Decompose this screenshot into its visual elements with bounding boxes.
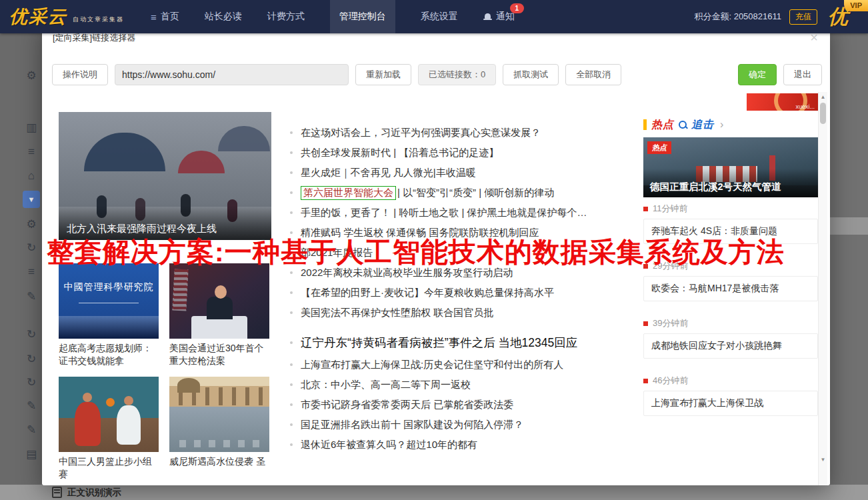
magnifier-icon <box>679 121 687 129</box>
news-headline[interactable]: 美国宪法不再保护女性堕胎权 联合国官员批 <box>290 303 653 323</box>
logo-text: 优采云 <box>9 8 67 26</box>
news-card[interactable]: 威尼斯遇高水位侵袭 圣 <box>169 377 269 485</box>
news-headline[interactable]: 退休近6年被查算久吗？超过10年的都有 <box>290 435 653 455</box>
hot-title-left: 热点 <box>651 118 674 132</box>
news-headline[interactable]: 部2021年度报告 <box>290 243 653 263</box>
vip-badge: VIP <box>844 0 868 11</box>
nav-item-console[interactable]: 管理控制台 <box>330 0 395 33</box>
gear-icon[interactable]: ⚙ <box>23 67 40 84</box>
bullet-icon <box>290 151 293 154</box>
umbrella-shape <box>84 133 165 171</box>
headline-text: 上海宣布打赢大上海保卫战:历史会记住坚守和付出的所有人 <box>301 359 563 371</box>
hot-headline[interactable]: 欧委会：马航MH17是被俄击落 <box>643 276 818 301</box>
nav-item-label: 系统设置 <box>421 11 458 23</box>
scroll-down-icon[interactable]: ▼ <box>819 457 827 463</box>
edit-icon[interactable]: ✎ <box>23 287 40 305</box>
headline-text: | 以“智变”引“质变” | 倾听创新的律动 <box>397 187 554 199</box>
umbrella-shape <box>178 151 225 173</box>
news-card[interactable]: 中國管理科學研究院起底高考志愿规划师：证书交钱就能拿 <box>59 263 159 377</box>
sync-icon[interactable]: ↻ <box>23 373 40 391</box>
chart-icon[interactable]: ▥ <box>23 119 40 136</box>
news-headline[interactable]: 手里的饭，更香了！ | 聆听土地之歌 | 保护黑土地就是保护每个… <box>290 203 653 223</box>
headline-text: 北京：中小学、高一高二等下周一返校 <box>301 379 471 391</box>
notification-badge: 1 <box>510 3 524 13</box>
nav-item-notice[interactable]: 通知1 <box>483 0 515 33</box>
cancel-all-button[interactable]: 全部取消 <box>565 64 621 85</box>
reload-button[interactable]: 重新加载 <box>355 64 411 85</box>
headline-text: 精准赋码 学生返校 保通保畅 国务院联防联控机制回应 <box>301 227 539 239</box>
exit-button[interactable]: 退出 <box>783 64 822 85</box>
news-headline[interactable]: 星火成炬｜不舍再见 凡人微光|丰收温暖 <box>290 163 653 183</box>
hot-headline[interactable]: 上海宣布打赢大上海保卫战 <box>643 391 818 416</box>
promo-text: xuexi... <box>795 103 815 110</box>
bullet-icon <box>290 131 293 134</box>
list-icon[interactable]: ≡ <box>23 143 40 161</box>
news-headline[interactable]: 上海宣布打赢大上海保卫战:历史会记住坚守和付出的所有人 <box>290 355 653 375</box>
nav-item-label: 首页 <box>161 11 179 23</box>
nav-item-billing[interactable]: 计费方式 <box>267 0 305 33</box>
news-headline[interactable]: 第六届世界智能大会 | 以“智变”引“质变” | 倾听创新的律动 <box>290 183 653 203</box>
sync-icon[interactable]: ↻ <box>23 325 40 343</box>
news-headline[interactable]: 北京：中小学、高一高二等下周一返校 <box>290 375 653 395</box>
grab-test-button[interactable]: 抓取测试 <box>503 64 559 85</box>
list-icon[interactable]: ≡ <box>23 263 40 281</box>
sync-icon[interactable]: ↻ <box>23 350 40 367</box>
scroll-up-icon[interactable]: ▲ <box>819 94 827 100</box>
help-button[interactable]: 操作说明 <box>52 64 108 85</box>
hot-time-label: 29分钟前 <box>653 260 688 272</box>
hot-section-header[interactable]: 热点 追击 › <box>643 119 818 131</box>
page-content: xuexi... 北方入汛来最强降雨过程今夜上线 在这场对话会上，习近平为何强调… <box>42 92 817 485</box>
hot-time-label: 46分钟前 <box>653 375 688 387</box>
news-headline[interactable]: 共创全球发展新时代 | 【沿着总书记的足迹】 <box>290 143 653 163</box>
edit-icon[interactable]: ✎ <box>23 421 40 438</box>
news-card[interactable]: 中国三人男篮止步小组赛 <box>59 377 159 485</box>
chevron-right-icon: › <box>720 119 723 131</box>
nav-menu: ≡首页站长必读计费方式管理控制台系统设置通知1 <box>151 0 515 33</box>
confirm-button[interactable]: 确定 <box>738 64 777 85</box>
scrollbar[interactable]: ▲ ▼ <box>818 92 827 485</box>
bottom-menu: 正文识别演示 <box>0 485 868 500</box>
news-headline[interactable]: 辽宁丹东“持黄码者看病被拦”事件之后 当地12345回应 <box>290 331 653 355</box>
bullet-icon <box>290 211 293 214</box>
recharge-button[interactable]: 充值 <box>789 9 817 25</box>
book-icon[interactable]: ▤ <box>23 445 40 463</box>
bullet-icon <box>290 383 293 386</box>
url-input[interactable] <box>115 64 349 85</box>
news-headline[interactable]: 【在希望的田野上·麦收记】今年夏粮收购总量保持高水平 <box>290 283 653 303</box>
card-caption: 中国三人男篮止步小组赛 <box>59 455 159 481</box>
hot-timestamp: 11分钟前 <box>643 203 818 215</box>
headline-text: 【在希望的田野上·麦收记】今年夏粮收购总量保持高水平 <box>301 287 554 299</box>
news-headline[interactable]: 精准赋码 学生返校 保通保畅 国务院联防联控机制回应 <box>290 223 653 243</box>
selected-links-count: 已选链接数：0 <box>418 64 496 85</box>
home-icon[interactable]: ⌂ <box>23 167 40 185</box>
app-logo[interactable]: 优采云 自动文章采集器 <box>9 8 124 26</box>
nav-item-mustread[interactable]: 站长必读 <box>205 0 242 33</box>
biden-image <box>169 263 269 339</box>
link-selector-dialog: [定向采集]链接选择器 × 操作说明 重新加载 已选链接数：0 抓取测试 全部取… <box>42 21 830 485</box>
promo-banner[interactable]: xuexi... <box>747 93 818 111</box>
news-card[interactable]: 美国会通过近30年首个重大控枪法案 <box>169 263 269 377</box>
hot-timestamp: 29分钟前 <box>643 260 818 272</box>
body-recognition-demo[interactable]: 正文识别演示 <box>67 487 121 499</box>
filter-icon[interactable]: ▼ <box>23 191 40 208</box>
bullet-icon <box>290 191 293 194</box>
hot-feature-image[interactable]: 热点 德国正重启北溪2号天然气管道 <box>643 137 818 197</box>
bullet-icon <box>290 423 293 426</box>
news-headline[interactable]: 在这场对话会上，习近平为何强调要真心实意谋发展？ <box>290 123 653 143</box>
news-headline[interactable]: 国足亚洲排名跌出前十 国家队建设为何陷入停滞？ <box>290 415 653 435</box>
news-headline[interactable]: 市委书记跻身省委常委两天后 已掌舵省委政法委 <box>290 395 653 415</box>
nav-item-home[interactable]: ≡首页 <box>151 0 179 33</box>
hot-headline[interactable]: 成都地铁回应女子对小孩跳艳舞 <box>643 333 818 359</box>
main-photo[interactable]: 北方入汛来最强降雨过程今夜上线 <box>59 112 271 240</box>
news-headline[interactable]: 2022年离校未就业高校毕业生服务攻坚行动启动 <box>290 263 653 283</box>
bullet-icon <box>290 311 293 314</box>
hot-timestamp: 39分钟前 <box>643 317 818 329</box>
red-square-icon <box>643 207 648 211</box>
edit-icon[interactable]: ✎ <box>23 397 40 414</box>
gear-icon[interactable]: ⚙ <box>23 215 40 233</box>
scrollbar-thumb[interactable] <box>820 103 826 124</box>
refresh-icon[interactable]: ↻ <box>23 239 40 256</box>
hot-headline[interactable]: 奔驰车起火 4S店：非质量问题 <box>643 219 818 244</box>
nav-item-settings[interactable]: 系统设置 <box>421 0 458 33</box>
document-icon <box>52 487 62 498</box>
